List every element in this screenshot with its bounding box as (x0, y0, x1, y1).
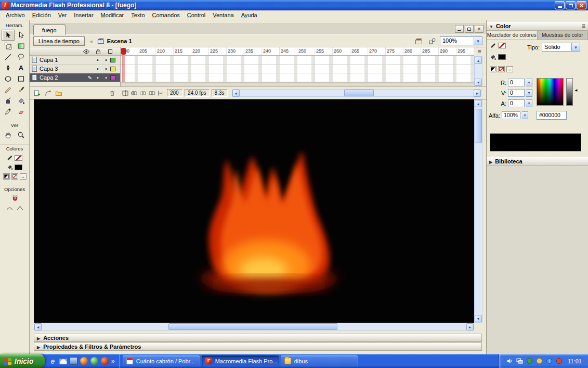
stage-canvas[interactable] (34, 99, 474, 323)
stage-scroll-up-arrow[interactable] (475, 100, 482, 107)
swap-colors-button[interactable] (20, 173, 27, 180)
actions-panel-bar[interactable]: Acciones (34, 334, 482, 342)
minimize-button[interactable] (555, 1, 565, 9)
task-button[interactable]: Cuánto cabrón / Pobr... (123, 356, 200, 366)
menu-item[interactable]: Ventana (209, 11, 237, 19)
menu-item[interactable]: Modificar (97, 11, 128, 19)
straighten-button[interactable] (16, 202, 24, 213)
start-button[interactable]: Inicio (0, 354, 45, 368)
actions-expand-arrow-icon[interactable] (37, 335, 40, 341)
doc-restore-button[interactable] (465, 25, 474, 33)
outline-column-icon[interactable] (107, 48, 114, 55)
eraser-tool-button[interactable] (15, 106, 28, 117)
tray-antivirus-icon[interactable] (526, 358, 533, 364)
zoom-dropdown-arrow-icon[interactable] (474, 36, 482, 45)
insert-layer-button[interactable] (32, 89, 41, 97)
stroke-color-swatch[interactable] (15, 155, 22, 161)
channel-value-input[interactable]: 0 (508, 99, 525, 107)
alpha-value-input[interactable]: 100% (502, 111, 520, 119)
center-frame-button[interactable] (121, 89, 129, 97)
hand-tool-button[interactable] (2, 130, 15, 141)
color-panel-tab[interactable]: Muestras de color (538, 31, 588, 40)
zoom-combo[interactable]: 100% (440, 36, 482, 45)
oval-tool-button[interactable] (2, 73, 15, 84)
task-button[interactable]: Macromedia Flash Pro... (202, 356, 279, 366)
color-panel-tab[interactable]: Mezclador de colores (487, 31, 538, 40)
smooth-button[interactable] (5, 202, 14, 213)
tray-messenger-icon[interactable] (536, 358, 543, 364)
mixer-stroke-swatch[interactable] (498, 43, 506, 48)
layer-lock-dot[interactable] (102, 74, 110, 81)
stage-vscrollbar-thumb[interactable] (475, 109, 482, 143)
frame-row[interactable] (121, 65, 474, 73)
stage-vertical-scrollbar[interactable] (474, 99, 482, 323)
menu-item[interactable]: Archivo (2, 11, 29, 19)
email-icon[interactable] (59, 359, 67, 364)
free-transform-tool-button[interactable] (2, 41, 15, 52)
layer-lock-dot[interactable] (102, 57, 110, 63)
color-panel-header[interactable]: Color (487, 22, 588, 31)
timeline-toggle-button[interactable]: Línea de tiempo (33, 36, 85, 46)
lasso-tool-button[interactable] (15, 52, 28, 62)
alpha-spinner-arrow-icon[interactable] (522, 111, 528, 119)
timeline-options-menu-icon[interactable] (475, 47, 484, 55)
tray-network-icon[interactable] (516, 358, 523, 364)
modify-onion-markers-button[interactable] (156, 89, 165, 97)
stage-scroll-right-arrow[interactable] (466, 323, 474, 331)
timeline-scroll-left-arrow[interactable] (232, 90, 240, 97)
brush-tool-button[interactable] (15, 84, 28, 95)
mixer-swap-colors-button[interactable] (506, 66, 513, 72)
channel-spinner-arrow-icon[interactable] (526, 79, 532, 86)
edit-symbols-button[interactable] (426, 36, 438, 46)
stage-scroll-left-arrow[interactable] (34, 323, 42, 331)
timeline-scroll-right-arrow[interactable] (474, 90, 481, 97)
layer-row[interactable]: Capa 2 (30, 73, 120, 82)
lock-column-icon[interactable] (95, 48, 102, 55)
timeline-frames[interactable]: 2002052102152202252302352402452502552602… (121, 47, 474, 87)
channel-value-input[interactable]: 0 (508, 79, 525, 86)
gradient-transform-tool-button[interactable] (15, 41, 28, 52)
fill-type-dropdown[interactable]: Sólido (542, 43, 580, 52)
menu-item[interactable]: Ayuda (238, 11, 261, 19)
show-hide-column-icon[interactable] (83, 48, 90, 55)
mixer-fill-color[interactable] (489, 54, 506, 60)
timeline-scroll-down-arrow[interactable] (475, 79, 482, 86)
layer-visibility-dot[interactable] (94, 57, 102, 63)
pencil-tool-button[interactable] (2, 84, 15, 95)
brightness-cursor-icon[interactable] (574, 88, 578, 93)
layer-visibility-dot[interactable] (94, 66, 102, 72)
line-tool-button[interactable] (2, 52, 15, 62)
layer-outline-color-swatch[interactable] (110, 75, 115, 80)
stage-hscrollbar-thumb[interactable] (168, 323, 337, 330)
menu-item[interactable]: Texto (127, 11, 148, 19)
mixer-no-color-button[interactable] (498, 66, 505, 72)
task-button[interactable]: dibus (281, 356, 358, 366)
layer-row[interactable]: Capa 3 (30, 65, 120, 73)
back-arrow-icon[interactable] (88, 38, 94, 44)
playhead-marker[interactable] (121, 48, 126, 55)
timeline-vertical-scrollbar[interactable] (474, 56, 482, 86)
stage-horizontal-scrollbar[interactable] (34, 323, 474, 331)
color-panel-menu-icon[interactable] (582, 22, 585, 30)
eyedropper-tool-button[interactable] (2, 106, 15, 117)
restore-button[interactable] (566, 1, 576, 9)
layer-row[interactable]: Capa 1 (30, 56, 120, 65)
menu-item[interactable]: Ver (55, 11, 71, 19)
no-color-button[interactable] (11, 173, 18, 180)
delete-layer-button[interactable] (108, 89, 116, 97)
close-button[interactable] (577, 1, 586, 9)
frame-row[interactable] (121, 56, 474, 65)
color-collapse-arrow-icon[interactable] (489, 23, 493, 29)
doc-close-button[interactable] (475, 25, 484, 33)
ink-bottle-tool-button[interactable] (2, 95, 15, 106)
timeline-horizontal-scrollbar[interactable] (232, 89, 482, 97)
library-panel-header[interactable]: Biblioteca (487, 157, 588, 166)
properties-expand-arrow-icon[interactable] (37, 344, 40, 350)
edit-scene-button[interactable] (413, 36, 424, 46)
mixer-default-colors-button[interactable] (490, 66, 496, 72)
frame-rate-indicator[interactable]: 24.0 fps (185, 89, 210, 97)
library-expand-arrow-icon[interactable] (489, 158, 492, 164)
tray-alert-icon[interactable] (556, 358, 563, 364)
media-player-icon[interactable] (80, 357, 88, 365)
zoom-value[interactable]: 100% (440, 36, 474, 45)
